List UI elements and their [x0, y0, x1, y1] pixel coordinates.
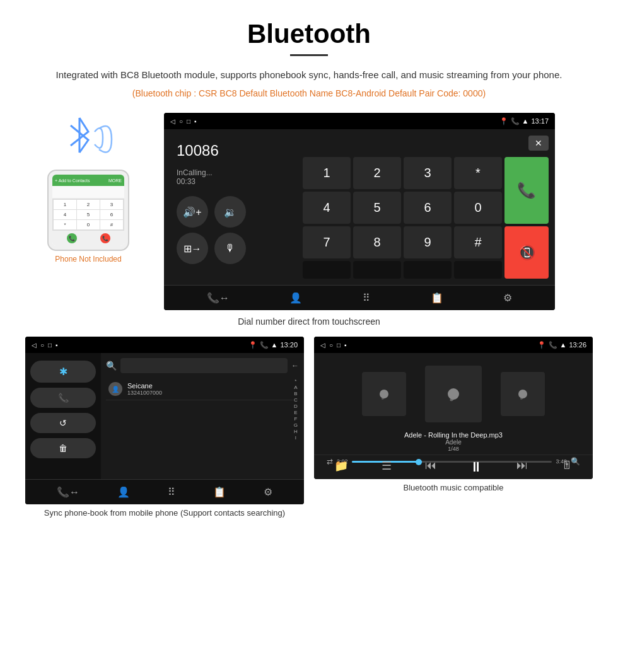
bluetooth-icon-area [57, 113, 120, 163]
pb-contact-row[interactable]: 👤 Seicane 13241007000 [106, 378, 293, 400]
key-3[interactable]: 3 [404, 157, 452, 189]
key-1[interactable]: 1 [303, 157, 351, 189]
pb-search-bar[interactable] [120, 358, 288, 373]
pb-recents-icon: □ [48, 342, 52, 349]
phone-call-button[interactable]: 📞 [67, 233, 77, 243]
pb-nav-call-icon[interactable]: 📞↔ [57, 486, 79, 498]
key-0[interactable]: 0 [454, 192, 502, 224]
dial-input-row: ✕ [303, 136, 549, 151]
answer-call-button[interactable]: 📞 [504, 157, 549, 224]
key-hash[interactable]: # [454, 226, 502, 258]
pb-delete-button[interactable]: 🗑 [30, 438, 96, 458]
dial-timer: 00:33 [177, 177, 290, 186]
music-screen: ◁ ○ □ ▪ 📍 📞 ▲ 13:26 ♪ [314, 337, 593, 479]
pb-call-icon: 📞 [260, 341, 269, 349]
bottom-row: ◁ ○ □ ▪ 📍 📞 ▲ 13:20 ✱ 📞 ↺ � [25, 337, 593, 518]
pb-contact-number: 13241007000 [127, 390, 162, 396]
phone-key-5[interactable]: 5 [77, 210, 100, 219]
dial-section: + Add to Contacts MORE 1 2 3 4 5 6 * 0 #… [25, 113, 593, 310]
pb-content: ✱ 📞 ↺ 🗑 🔍 ← 👤 [25, 353, 304, 479]
pb-contact-name: Seicane [127, 382, 162, 390]
nav-settings-icon[interactable]: ⚙ [503, 292, 512, 304]
pb-back-arrow-icon[interactable]: ← [291, 361, 299, 370]
phone-key-1[interactable]: 1 [54, 200, 76, 209]
music-artist: Adele [317, 439, 590, 446]
album-dot-right [518, 390, 527, 398]
backspace-button[interactable]: ✕ [528, 136, 549, 151]
phone-key-hash[interactable]: # [100, 220, 123, 229]
key-2[interactable]: 2 [353, 157, 401, 189]
dial-status: InCalling... [177, 168, 290, 177]
end-call-button[interactable]: 📵 [504, 226, 549, 279]
pb-location-icon: 📍 [248, 341, 257, 349]
key-8[interactable]: 8 [353, 226, 401, 258]
pb-nav-dialpad-icon[interactable]: ⠿ [168, 486, 175, 498]
music-wifi-icon: ▲ [560, 341, 567, 349]
pb-bluetooth-button[interactable]: ✱ [30, 361, 96, 383]
key-7[interactable]: 7 [303, 226, 351, 258]
dial-controls: 🔊+ 🔉 ⊞→ 🎙 [177, 196, 290, 264]
music-next-icon[interactable]: ⏭ [516, 459, 528, 475]
dial-ctrl-row-2: ⊞→ 🎙 [177, 233, 290, 264]
mute-button[interactable]: 🎙 [214, 233, 246, 264]
home-icon: ○ [179, 118, 183, 125]
notification-icon: ▪ [194, 118, 197, 125]
statusbar-system-icons: 📍 📞 ▲ 13:17 [499, 117, 549, 125]
phone-dialpad: 1 2 3 4 5 6 * 0 # [52, 199, 124, 231]
phone-key-6[interactable]: 6 [100, 210, 123, 219]
music-statusbar-time: 13:26 [569, 341, 586, 349]
music-folder-icon[interactable]: 📁 [334, 459, 348, 475]
pb-sync-button[interactable]: ↺ [30, 413, 96, 433]
nav-history-icon[interactable]: 📋 [431, 292, 443, 304]
phone-key-3[interactable]: 3 [100, 200, 123, 209]
pb-contact-list-area: 👤 Seicane 13241007000 * A B [106, 378, 299, 441]
dial-content: 10086 InCalling... 00:33 🔊+ 🔉 ⊞→ 🎙 [164, 129, 555, 285]
music-caption: Bluetooth music compatible [314, 483, 593, 492]
key-5[interactable]: 5 [353, 192, 401, 224]
music-recents-icon: □ [337, 342, 341, 349]
album-art-main: ♪ [425, 366, 482, 422]
key-star[interactable]: * [454, 157, 502, 189]
phone-key-4[interactable]: 4 [54, 210, 76, 219]
dial-ctrl-row-1: 🔊+ 🔉 [177, 196, 290, 228]
phone-bottom-bar: 📞 📞 [52, 231, 124, 246]
music-prev-icon[interactable]: ⏮ [425, 459, 436, 475]
phone-key-2[interactable]: 2 [77, 200, 100, 209]
pb-nav-settings-icon[interactable]: ⚙ [264, 486, 272, 498]
key-4[interactable]: 4 [303, 192, 351, 224]
music-content: ♪ ♪ ♪ Adele - Rolling In the Deep.mp3 [314, 353, 593, 479]
pb-nav-contacts-icon[interactable]: 👤 [117, 486, 130, 498]
phone-key-star[interactable]: * [54, 220, 76, 229]
music-equalizer-icon[interactable]: 🎚 [561, 459, 573, 475]
volume-down-button[interactable]: 🔉 [214, 196, 246, 228]
phone-key-0[interactable]: 0 [77, 220, 100, 229]
pb-sidebar: ✱ 📞 ↺ 🗑 [25, 353, 101, 479]
nav-call-icon[interactable]: 📞↔ [207, 292, 230, 304]
intro-text: Integrated with BC8 Bluetooth module, su… [25, 67, 593, 83]
transfer-button[interactable]: ⊞→ [177, 233, 208, 264]
dial-number: 10086 [177, 142, 290, 159]
pb-search-row: 🔍 ← [106, 358, 299, 373]
page-title: Bluetooth [25, 19, 593, 49]
music-playlist-icon[interactable]: ☰ [382, 459, 392, 475]
nav-contacts-icon[interactable]: 👤 [289, 292, 302, 304]
backspace-icon: ✕ [535, 138, 542, 148]
pb-phone-button[interactable]: 📞 [30, 388, 96, 408]
pb-contact-avatar: 👤 [108, 382, 122, 396]
phone-not-included-label: Phone Not Included [55, 255, 121, 264]
pb-contact-info: Seicane 13241007000 [127, 382, 162, 396]
nav-dialpad-icon[interactable]: ⠿ [363, 292, 370, 304]
phone-end-button[interactable]: 📞 [100, 233, 110, 243]
key-6[interactable]: 6 [404, 192, 452, 224]
pb-alphabet-index: * A B C D E F G H I [293, 378, 299, 441]
pb-wifi-icon: ▲ [271, 341, 278, 349]
music-play-button[interactable]: ⏸ [469, 459, 483, 475]
pb-home-icon: ○ [40, 342, 44, 349]
statusbar-nav-icons: ◁ ○ □ ▪ [170, 118, 197, 125]
pb-nav-history-icon[interactable]: 📋 [213, 486, 226, 498]
volume-up-button[interactable]: 🔊+ [177, 196, 208, 228]
music-statusbar-right: 📍 📞 ▲ 13:26 [537, 341, 586, 349]
pb-statusbar-time: 13:20 [280, 341, 298, 349]
call-icon: 📞 [511, 117, 520, 125]
key-9[interactable]: 9 [404, 226, 452, 258]
